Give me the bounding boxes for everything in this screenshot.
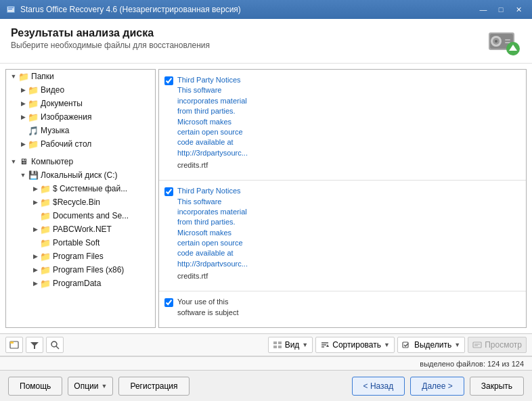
- header-text: Результаты анализа диска Выберите необхо…: [11, 27, 210, 50]
- sort-label: Сортировать: [332, 340, 381, 350]
- expander-computer[interactable]: ▼: [9, 157, 18, 166]
- maximize-button[interactable]: □: [493, 3, 509, 16]
- preview-text-1-line3: incorporates material: [177, 97, 247, 105]
- folder-icon-programdata: 📁: [40, 278, 51, 289]
- expander-documents[interactable]: ▶: [18, 99, 28, 108]
- sort-dropdown[interactable]: Сортировать ▼: [315, 337, 395, 353]
- toolbar-right: Вид ▼ Сортировать ▼ Выделить: [268, 337, 527, 353]
- tree-item-programfiles[interactable]: ▶ 📁 Program Files: [6, 250, 155, 263]
- folder-icon-video: 📁: [28, 85, 39, 95]
- tree-item-recycle[interactable]: ▶ 📁 $Recycle.Bin: [6, 195, 155, 209]
- tree-item-video[interactable]: ▶ 📁 Видео: [6, 83, 155, 97]
- title-bar: Starus Office Recovery 4.6 (Незарегистри…: [0, 0, 532, 19]
- select-dropdown[interactable]: Выделить ▼: [397, 337, 465, 353]
- expander-images[interactable]: ▶: [18, 112, 28, 122]
- drive-recovery-icon: [486, 27, 521, 55]
- tree-label-folders: Папки: [31, 72, 54, 81]
- options-dropdown[interactable]: Опции ▼: [68, 377, 113, 396]
- preview-content-3: Your use of this software is subject: [177, 297, 520, 318]
- folder-icon-docset: 📁: [40, 210, 51, 221]
- svg-point-8: [495, 40, 497, 43]
- expander-programfilesx86[interactable]: ▶: [30, 265, 40, 275]
- expander-desktop[interactable]: ▶: [18, 139, 28, 149]
- page-title: Результаты анализа диска: [11, 27, 210, 39]
- tree-item-pabcwork[interactable]: ▶ 📁 PABCWork.NET: [6, 222, 155, 236]
- expander-folders[interactable]: ▼: [9, 72, 18, 81]
- preview-text-2-line8: http://3rdpartvsourc...: [177, 260, 248, 268]
- tree-item-programdata[interactable]: ▶ 📁 ProgramData: [6, 277, 155, 290]
- toolbar-filter-btn[interactable]: [26, 337, 43, 353]
- expander-pabcwork[interactable]: ▶: [30, 225, 40, 234]
- tree-label-programfiles: Program Files: [53, 252, 104, 261]
- preview-text-1-line6: certain open source: [177, 128, 243, 136]
- tree-item-sysfiles[interactable]: ▶ 📁 $ Системные фай...: [6, 182, 155, 195]
- preview-entry-2-row: Third Party Notices This software incorp…: [164, 186, 520, 280]
- back-button[interactable]: < Назад: [352, 377, 405, 396]
- page-subtitle: Выберите необходимые файлы для восстанов…: [11, 41, 210, 50]
- options-label: Опции: [74, 381, 98, 391]
- content-area: ▼ 📁 Папки ▶ 📁 Видео ▶ 📁 Документы ▶ 📁 Из…: [0, 64, 532, 333]
- expander-video[interactable]: ▶: [18, 85, 28, 95]
- preview-text-1-line2: This software: [177, 86, 221, 94]
- svg-rect-9: [505, 39, 510, 41]
- preview-pane[interactable]: Third Party Notices This software incorp…: [158, 69, 527, 328]
- svg-rect-3: [8, 9, 12, 9]
- preview-text-1: Third Party Notices This software incorp…: [177, 75, 520, 158]
- preview-text-2-line1: Third Party Notices: [177, 187, 241, 195]
- registration-button[interactable]: Регистрация: [118, 377, 189, 396]
- preview-content-2: Third Party Notices This software incorp…: [177, 186, 520, 280]
- next-button[interactable]: Далее >: [410, 377, 464, 396]
- tree-item-computer[interactable]: ▼ 🖥 Компьютер: [6, 155, 155, 168]
- expander-programfiles[interactable]: ▶: [30, 252, 40, 261]
- tree-item-documents[interactable]: ▶ 📁 Документы: [6, 97, 155, 110]
- tree-label-music: Музыка: [41, 126, 69, 135]
- tree-item-desktop[interactable]: ▶ 📁 Рабочий стол: [6, 137, 155, 151]
- tree-item-music[interactable]: ▶ 🎵 Музыка: [6, 124, 155, 137]
- tree-label-recycle: $Recycle.Bin: [53, 197, 100, 207]
- preview-text-2-line4: from third parties.: [177, 218, 236, 226]
- preview-entry-3-row: Your use of this software is subject: [164, 297, 520, 318]
- preview-text-1-line5: Microsoft makes: [177, 118, 231, 126]
- toolbar-search-btn[interactable]: [46, 337, 64, 353]
- computer-icon: 🖥: [18, 156, 29, 167]
- expander-recycle[interactable]: ▶: [30, 197, 40, 207]
- preview-dropdown[interactable]: Просмотр: [468, 337, 527, 353]
- folder-icon-programfiles: 📁: [40, 251, 51, 262]
- svg-rect-21: [278, 346, 282, 348]
- tree-pane[interactable]: ▼ 📁 Папки ▶ 📁 Видео ▶ 📁 Документы ▶ 📁 Из…: [5, 69, 156, 328]
- music-icon: 🎵: [28, 125, 39, 136]
- preview-checkbox-1[interactable]: [164, 76, 173, 85]
- tree-label-pabcwork: PABCWork.NET: [53, 225, 112, 234]
- drive-icon-c: 💾: [28, 170, 39, 181]
- svg-rect-14: [10, 341, 14, 344]
- tree-item-images[interactable]: ▶ 📁 Изображения: [6, 110, 155, 124]
- preview-checkbox-3[interactable]: [164, 298, 173, 307]
- preview-text-3-line1: Your use of this: [177, 298, 228, 306]
- preview-text-2: Third Party Notices This software incorp…: [177, 186, 520, 269]
- svg-line-17: [56, 346, 59, 349]
- help-button[interactable]: Помощь: [8, 377, 62, 396]
- options-dropdown-arrow: ▼: [101, 383, 107, 390]
- svg-rect-2: [8, 7, 14, 8]
- expander-programdata[interactable]: ▶: [30, 279, 40, 288]
- preview-content-1: Third Party Notices This software incorp…: [177, 75, 520, 169]
- minimize-button[interactable]: —: [475, 3, 491, 16]
- svg-point-16: [51, 341, 57, 347]
- close-button[interactable]: ✕: [510, 3, 527, 16]
- tree-item-docset[interactable]: ▶ 📁 Documents and Se...: [6, 209, 155, 222]
- expander-localdisk[interactable]: ▼: [18, 170, 28, 180]
- folder-icon-recycle: 📁: [40, 197, 51, 208]
- svg-rect-18: [273, 341, 277, 344]
- toolbar-browse-btn[interactable]: [5, 337, 23, 353]
- tree-item-portablesoft[interactable]: ▶ 📁 Portable Soft: [6, 236, 155, 250]
- tree-item-localdisk[interactable]: ▼ 💾 Локальный диск (C:): [6, 168, 155, 182]
- view-label: Вид: [285, 340, 300, 350]
- expander-sysfiles[interactable]: ▶: [30, 184, 40, 193]
- preview-text-2-line5: Microsoft makes: [177, 229, 231, 237]
- view-dropdown[interactable]: Вид ▼: [268, 337, 313, 353]
- preview-checkbox-2[interactable]: [164, 187, 173, 196]
- tree-item-programfilesx86[interactable]: ▶ 📁 Program Files (x86): [6, 263, 155, 277]
- tree-item-folders[interactable]: ▼ 📁 Папки: [6, 70, 155, 83]
- close-button-bottom[interactable]: Закрыть: [470, 377, 524, 396]
- tree-label-desktop: Рабочий стол: [41, 139, 91, 149]
